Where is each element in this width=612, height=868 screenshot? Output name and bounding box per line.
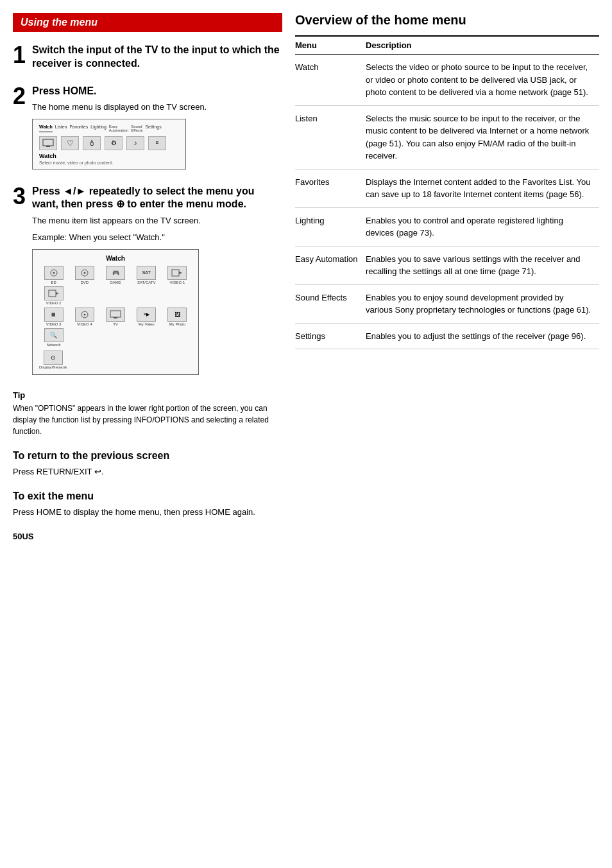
menu-cell: Easy Automation bbox=[295, 246, 366, 284]
menu-cell: Settings bbox=[295, 323, 366, 349]
watch-icon-dvd: DVD bbox=[70, 266, 99, 284]
step-1-content: Switch the input of the TV to the input … bbox=[32, 44, 282, 74]
svg-rect-12 bbox=[110, 311, 121, 317]
watch-icon-myphoto: 🖼 My Photo bbox=[163, 308, 192, 326]
video2-icon bbox=[44, 286, 64, 300]
dvd-label: DVD bbox=[80, 281, 89, 284]
satcatv-icon: SAT bbox=[137, 266, 156, 280]
table-row: ListenSelects the music source to be inp… bbox=[295, 105, 599, 169]
screen-icon-heart: ♡ bbox=[61, 136, 79, 150]
svg-marker-7 bbox=[179, 272, 182, 274]
table-row: WatchSelects the video or photo source t… bbox=[295, 55, 599, 106]
watch-icon-displaynetwork: ⊙ Display/Network bbox=[39, 351, 67, 369]
svg-rect-13 bbox=[114, 317, 117, 318]
game-label: GAME bbox=[110, 281, 121, 284]
description-cell: Selects the video or photo source to be … bbox=[366, 55, 599, 106]
tv-icon bbox=[106, 308, 125, 322]
left-column: Using the menu 1 Switch the input of the… bbox=[13, 13, 282, 855]
video1-icon bbox=[167, 266, 187, 280]
watch-icon-satcatv: SAT SAT/CATV bbox=[132, 266, 161, 284]
watch-icon-video2: VIDEO 2 bbox=[39, 286, 68, 305]
watch-icon-video1: VIDEO 1 bbox=[163, 266, 192, 284]
description-cell: Enables you to enjoy sound development p… bbox=[366, 284, 599, 323]
watch-icons-row2: ▦ VIDEO 3 VIDEO 4 bbox=[39, 308, 192, 347]
video1-label: VIDEO 1 bbox=[170, 281, 185, 284]
step-3-text: The menu item list appears on the TV scr… bbox=[32, 215, 282, 227]
step-1-number: 1 bbox=[13, 44, 26, 67]
myvideo-icon: ≡▶ bbox=[137, 308, 156, 322]
video3-label: VIDEO 3 bbox=[46, 322, 62, 326]
svg-marker-9 bbox=[56, 292, 59, 295]
section-title: Using the menu bbox=[13, 13, 282, 32]
svg-rect-1 bbox=[46, 146, 50, 147]
table-row: FavoritesDisplays the Internet content a… bbox=[295, 169, 599, 207]
menu-cell: Listen bbox=[295, 105, 366, 169]
menu-watch: Watch bbox=[39, 125, 53, 132]
step-1: 1 Switch the input of the TV to the inpu… bbox=[13, 44, 282, 74]
watch-icons-row3: ⊙ Display/Network bbox=[39, 349, 192, 370]
screen-icons-row: ♡ 🕯 ⚙ ♪ ≡ bbox=[39, 136, 179, 150]
col-desc-header: Description bbox=[366, 36, 599, 55]
description-cell: Enables you to adjust the settings of th… bbox=[366, 323, 599, 349]
myvideo-label: My Video bbox=[139, 322, 155, 326]
menu-settings: Settings bbox=[145, 125, 161, 132]
watch-icon-video3: ▦ VIDEO 3 bbox=[39, 308, 68, 326]
video4-label: VIDEO 4 bbox=[77, 322, 92, 326]
step-2-number: 2 bbox=[13, 85, 26, 108]
overview-title: Overview of the home menu bbox=[295, 13, 599, 28]
menu-easy: EasyAutomation bbox=[109, 125, 128, 132]
table-row: SettingsEnables you to adjust the settin… bbox=[295, 323, 599, 349]
menu-cell: Favorites bbox=[295, 169, 366, 207]
watch-icon-game: 🎮 GAME bbox=[101, 266, 130, 284]
myphoto-icon: 🖼 bbox=[167, 308, 187, 322]
step-3-example: Example: When you select "Watch." bbox=[32, 232, 282, 243]
description-cell: Enables you to save various settings wit… bbox=[366, 246, 599, 284]
bd-label: BD bbox=[51, 281, 56, 284]
svg-rect-6 bbox=[172, 270, 179, 276]
tip-section: Tip When "OPTIONS" appears in the lower … bbox=[13, 390, 282, 437]
video4-icon bbox=[75, 308, 94, 322]
screen-label: Watch bbox=[39, 153, 179, 159]
screen-icon-tv bbox=[39, 136, 57, 150]
step-2-heading: Press HOME. bbox=[32, 85, 282, 98]
svg-point-5 bbox=[83, 272, 85, 273]
video2-label: VIDEO 2 bbox=[46, 301, 62, 305]
screen-menu-bar: Watch Listen Favorites Lighting EasyAuto… bbox=[39, 125, 179, 132]
svg-point-11 bbox=[83, 313, 85, 315]
screen-icon-music: ♪ bbox=[126, 136, 144, 150]
step-2: 2 Press HOME. The home menu is displayed… bbox=[13, 85, 282, 175]
network-label: Network bbox=[47, 343, 61, 347]
return-section: To return to the previous screen Press R… bbox=[13, 450, 282, 478]
description-cell: Selects the music source to be input to … bbox=[366, 105, 599, 169]
tip-text: When "OPTIONS" appears in the lower righ… bbox=[13, 403, 282, 437]
col-menu-header: Menu bbox=[295, 36, 366, 55]
watch-icon-myvideo: ≡▶ My Video bbox=[132, 308, 161, 326]
step-2-screen: Watch Listen Favorites Lighting EasyAuto… bbox=[32, 119, 186, 169]
dvd-icon bbox=[75, 266, 94, 280]
watch-icon-bd: BD bbox=[39, 266, 68, 284]
network-icon: 🔍 bbox=[44, 328, 64, 342]
displaynetwork-icon: ⊙ bbox=[44, 351, 63, 365]
right-column: Overview of the home menu Menu Descripti… bbox=[295, 13, 599, 855]
table-row: Sound EffectsEnables you to enjoy sound … bbox=[295, 284, 599, 323]
return-title: To return to the previous screen bbox=[13, 450, 282, 462]
watch-icon-tv: TV bbox=[101, 308, 130, 326]
table-row: LightingEnables you to control and opera… bbox=[295, 207, 599, 246]
exit-text: Press HOME to display the home menu, the… bbox=[13, 506, 282, 519]
displaynetwork-label: Display/Network bbox=[39, 365, 67, 369]
video3-icon: ▦ bbox=[44, 308, 64, 322]
step-3-number: 3 bbox=[13, 185, 26, 208]
overview-table: Menu Description WatchSelects the video … bbox=[295, 35, 599, 349]
screen-icon-auto: ⚙ bbox=[105, 136, 123, 150]
description-cell: Displays the Internet content added to t… bbox=[366, 169, 599, 207]
menu-favorites: Favorites bbox=[69, 125, 88, 132]
step-3: 3 Press ◄/► repeatedly to select the men… bbox=[13, 185, 282, 380]
exit-title: To exit the menu bbox=[13, 490, 282, 502]
tv-label: TV bbox=[113, 322, 118, 326]
menu-lighting: Lighting bbox=[90, 125, 106, 132]
page-number: 50US bbox=[13, 532, 282, 541]
watch-icon-network: 🔍 Network bbox=[39, 328, 68, 347]
exit-section: To exit the menu Press HOME to display t… bbox=[13, 490, 282, 519]
game-icon: 🎮 bbox=[106, 266, 125, 280]
watch-screen: Watch BD DVD bbox=[32, 249, 199, 375]
